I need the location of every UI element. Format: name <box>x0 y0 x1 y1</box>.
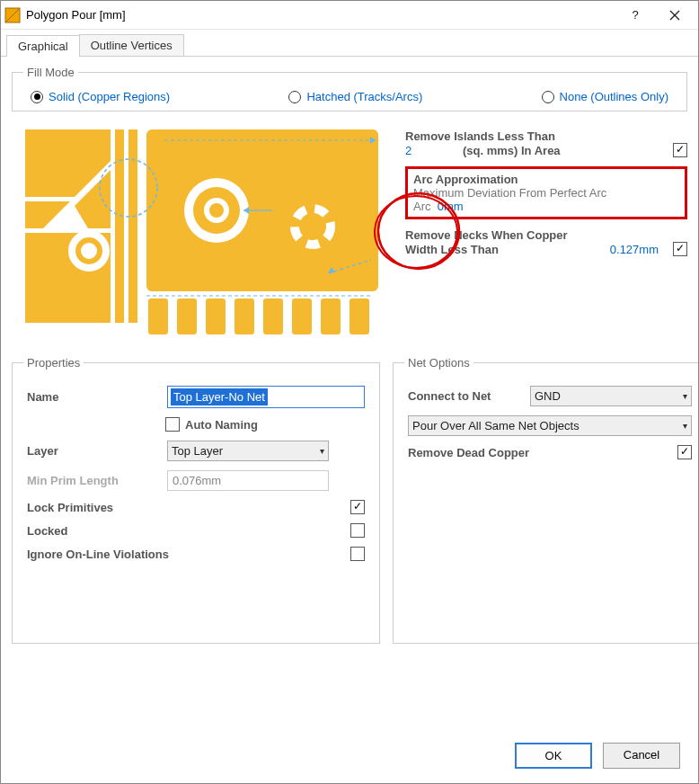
remove-islands-unit: (sq. mms) In Area <box>463 144 669 157</box>
tab-strip: Graphical Outline Vertices <box>1 30 698 57</box>
net-options-group: Net Options Connect to Net GND ▾ Pour Ov… <box>393 356 698 644</box>
titlebar: Polygon Pour [mm] ? <box>1 1 698 30</box>
svg-rect-13 <box>148 298 168 334</box>
connect-to-net-combo[interactable]: GND ▾ <box>530 386 692 406</box>
svg-rect-18 <box>292 298 312 334</box>
svg-rect-14 <box>177 298 197 334</box>
chevron-down-icon: ▾ <box>683 391 687 401</box>
net-options-legend: Net Options <box>404 356 473 370</box>
name-label: Name <box>27 390 162 404</box>
fill-mode-none-label: None (Outlines Only) <box>560 90 668 103</box>
remove-islands-value[interactable]: 2 <box>405 144 459 157</box>
svg-rect-3 <box>128 129 137 323</box>
remove-islands-checkbox[interactable] <box>673 143 687 157</box>
close-icon <box>669 10 680 21</box>
remove-islands-head: Remove Islands Less Than <box>405 129 687 143</box>
min-prim-field[interactable] <box>167 470 329 491</box>
remove-necks-head1: Remove Necks When Copper <box>405 228 687 242</box>
remove-necks-block: Remove Necks When Copper Width Less Than… <box>405 228 687 256</box>
auto-naming-label: Auto Naming <box>185 418 258 432</box>
radio-icon <box>31 91 43 103</box>
arc-approx-sub: Maximum Deviation From Perfect Arc <box>413 186 679 200</box>
ignore-violations-checkbox[interactable] <box>350 547 365 561</box>
chevron-down-icon: ▾ <box>320 446 324 456</box>
window-title: Polygon Pour [mm] <box>26 8 615 22</box>
arc-approx-head: Arc Approximation <box>413 173 679 186</box>
locked-label: Locked <box>27 524 68 538</box>
connect-to-net-value: GND <box>535 389 561 403</box>
layer-combo[interactable]: Top Layer ▾ <box>167 441 329 461</box>
remove-necks-head2: Width Less Than <box>405 243 606 256</box>
svg-rect-20 <box>350 298 369 334</box>
fill-mode-solid-label: Solid (Copper Regions) <box>49 90 170 103</box>
properties-legend: Properties <box>23 356 84 370</box>
auto-naming-checkbox[interactable] <box>165 417 180 432</box>
radio-icon <box>288 91 301 103</box>
connect-to-net-label: Connect to Net <box>408 389 525 403</box>
chevron-down-icon: ▾ <box>683 421 687 431</box>
layer-combo-value: Top Layer <box>172 444 223 458</box>
remove-necks-checkbox[interactable] <box>673 242 687 256</box>
help-button[interactable]: ? <box>615 3 655 28</box>
pour-over-combo[interactable]: Pour Over All Same Net Objects ▾ <box>408 415 692 436</box>
arc-approx-value[interactable]: 0mm <box>438 200 464 213</box>
fill-mode-none[interactable]: None (Outlines Only) <box>542 90 668 103</box>
ignore-violations-label: Ignore On-Line Violations <box>27 548 169 561</box>
svg-rect-19 <box>321 298 341 334</box>
name-field-value: Top Layer-No Net <box>171 388 268 405</box>
dialog-footer: OK Cancel <box>1 734 698 783</box>
svg-rect-17 <box>263 298 283 334</box>
tab-graphical[interactable]: Graphical <box>6 35 80 57</box>
close-button[interactable] <box>655 3 695 28</box>
lock-primitives-checkbox[interactable] <box>350 500 365 514</box>
name-field[interactable]: Top Layer-No Net <box>167 386 365 408</box>
fill-mode-hatched[interactable]: Hatched (Tracks/Arcs) <box>288 90 422 103</box>
fill-mode-group: Fill Mode Solid (Copper Regions) Hatched… <box>12 66 687 111</box>
cancel-button[interactable]: Cancel <box>603 743 680 769</box>
arc-approx-block: Arc Approximation Maximum Deviation From… <box>405 166 687 219</box>
locked-checkbox[interactable] <box>350 523 365 538</box>
lock-primitives-label: Lock Primitives <box>27 501 113 514</box>
svg-point-6 <box>81 243 97 259</box>
remove-dead-copper-label: Remove Dead Copper <box>408 446 529 459</box>
remove-necks-value[interactable]: 0.127mm <box>610 243 659 256</box>
svg-rect-15 <box>206 298 226 334</box>
tab-outline-vertices[interactable]: Outline Vertices <box>79 34 184 56</box>
ok-button[interactable]: OK <box>515 743 592 769</box>
radio-icon <box>542 91 554 103</box>
pour-over-value: Pour Over All Same Net Objects <box>412 419 580 432</box>
pour-preview-image <box>12 120 389 345</box>
fill-mode-legend: Fill Mode <box>23 66 78 79</box>
layer-label: Layer <box>27 444 162 458</box>
svg-point-10 <box>209 203 224 218</box>
svg-rect-2 <box>115 129 124 323</box>
fill-mode-solid[interactable]: Solid (Copper Regions) <box>31 90 170 103</box>
remove-islands-block: Remove Islands Less Than 2 (sq. mms) In … <box>405 129 687 157</box>
app-icon <box>4 7 21 23</box>
remove-dead-copper-checkbox[interactable] <box>677 445 692 459</box>
svg-rect-16 <box>234 298 254 334</box>
properties-group: Properties Name Top Layer-No Net Auto Na… <box>12 356 380 644</box>
fill-mode-hatched-label: Hatched (Tracks/Arcs) <box>306 90 422 103</box>
min-prim-label: Min Prim Length <box>27 474 162 487</box>
